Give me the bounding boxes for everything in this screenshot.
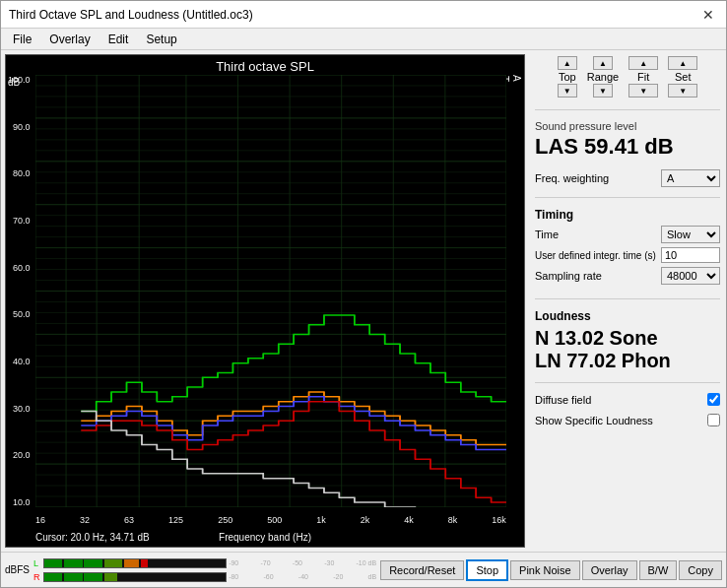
show-specific-checkbox[interactable] [707, 414, 720, 426]
diffuse-field-checkbox[interactable] [707, 393, 720, 406]
y-50: 50.0 [8, 309, 33, 319]
y-60: 60.0 [8, 263, 33, 273]
ln-value: LN 77.02 Phon [535, 350, 720, 372]
chart-canvas [35, 75, 506, 507]
spl-value: LAS 59.41 dB [535, 134, 720, 160]
bottom-section: dBFS L -90-70-5 [1, 552, 726, 587]
L-seg-1 [44, 559, 62, 567]
L-seg-5 [124, 559, 139, 567]
fit-down-button[interactable]: ▼ [628, 84, 658, 98]
top-label: Top [559, 71, 576, 83]
sampling-row: Sampling rate 44100 48000 96000 [535, 267, 720, 285]
right-panel: ▲ Top ▼ ▲ Range ▼ ▲ Fit ▼ ▲ Set ▼ [529, 50, 726, 552]
show-specific-row: Show Specific Loudness [535, 414, 720, 426]
x-axis: 16 32 63 125 250 500 1k 2k 4k 8k 16k [35, 515, 506, 525]
y-80: 80.0 [8, 168, 33, 178]
integr-input[interactable] [661, 247, 720, 263]
x-250: 250 [218, 515, 232, 525]
spl-section: Sound pressure level LAS 59.41 dB [535, 120, 720, 160]
L-channel-label: L [33, 558, 41, 568]
range-nav-group: ▲ Range ▼ [587, 56, 619, 98]
menu-setup[interactable]: Setup [138, 31, 184, 47]
freq-weighting-label: Freq. weighting [535, 172, 609, 184]
integr-row: User defined integr. time (s) [535, 247, 720, 263]
freq-weighting-row: Freq. weighting A B C Z [535, 169, 720, 187]
range-up-button[interactable]: ▲ [593, 56, 613, 70]
main-window: Third Octave SPL and Loudness (Untitled.… [0, 0, 727, 588]
x-500: 500 [267, 515, 282, 525]
pink-noise-button[interactable]: Pink Noise [510, 560, 580, 580]
freq-band-label: Frequency band (Hz) [6, 532, 524, 543]
range-down-button[interactable]: ▼ [593, 84, 613, 98]
y-10: 10.0 [8, 497, 33, 507]
sampling-select[interactable]: 44100 48000 96000 [661, 267, 720, 285]
L-seg-3 [84, 559, 101, 567]
close-button[interactable]: ✕ [698, 5, 718, 25]
x-2k: 2k [361, 515, 370, 525]
dbfs-meter: L -90-70-50-30-10 dB [33, 556, 376, 584]
top-nav-group: ▲ Top ▼ [558, 56, 577, 98]
y-90: 90.0 [8, 122, 33, 132]
stop-button[interactable]: Stop [466, 559, 508, 581]
R-seg-2 [64, 573, 82, 581]
x-63: 63 [124, 515, 134, 525]
menu-bar: File Overlay Edit Setup [1, 29, 726, 50]
y-100: 100.0 [8, 75, 33, 85]
chart-title: Third octave SPL [6, 59, 524, 74]
L-meter-row: L -90-70-50-30-10 dB [33, 556, 376, 570]
set-nav-group: ▲ Set ▼ [668, 56, 697, 98]
loudness-section: Loudness N 13.02 Sone LN 77.02 Phon [535, 309, 720, 372]
window-title: Third Octave SPL and Loudness (Untitled.… [9, 8, 253, 22]
R-seg-1 [44, 573, 62, 581]
x-16k: 16k [492, 515, 506, 525]
top-down-button[interactable]: ▼ [558, 84, 577, 98]
bw-button[interactable]: B/W [639, 560, 678, 580]
R-seg-3 [84, 573, 101, 581]
L-seg-4 [104, 559, 122, 567]
y-20: 20.0 [8, 450, 33, 460]
overlay-button[interactable]: Overlay [582, 560, 637, 580]
set-down-button[interactable]: ▼ [668, 84, 697, 98]
R-seg-4 [104, 573, 117, 581]
title-bar: Third Octave SPL and Loudness (Untitled.… [1, 1, 726, 29]
menu-file[interactable]: File [5, 31, 39, 47]
nav-controls: ▲ Top ▼ ▲ Range ▼ ▲ Fit ▼ ▲ Set ▼ [535, 56, 720, 98]
main-content: Third octave SPL ARTA dB 100.0 90.0 80.0… [1, 50, 726, 552]
menu-overlay[interactable]: Overlay [41, 31, 98, 47]
diffuse-field-row: Diffuse field [535, 393, 720, 406]
x-4k: 4k [404, 515, 414, 525]
top-up-button[interactable]: ▲ [558, 56, 577, 70]
L-ticks: -90-70-50-30-10 dB [229, 559, 376, 566]
integr-label: User defined integr. time (s) [535, 250, 661, 261]
freq-weighting-select[interactable]: A B C Z [661, 169, 720, 187]
record-reset-button[interactable]: Record/Reset [380, 560, 464, 580]
x-1k: 1k [316, 515, 326, 525]
L-seg-2 [64, 559, 82, 567]
set-up-button[interactable]: ▲ [668, 56, 697, 70]
R-meter-bar [43, 572, 227, 582]
x-8k: 8k [448, 515, 458, 525]
sampling-label: Sampling rate [535, 270, 661, 282]
y-70: 70.0 [8, 216, 33, 226]
set-label: Set [675, 71, 692, 83]
L-meter-bar [43, 558, 227, 568]
R-meter-row: R -80-60-40-20dB [33, 570, 376, 584]
divider-3 [535, 298, 720, 299]
x-125: 125 [168, 515, 183, 525]
divider-1 [535, 109, 720, 110]
timing-section: Timing Time Fast Slow Impulse User defin… [535, 208, 720, 289]
fit-up-button[interactable]: ▲ [628, 56, 658, 70]
L-seg-6 [141, 559, 148, 567]
copy-button[interactable]: Copy [679, 560, 722, 580]
diffuse-field-label: Diffuse field [535, 394, 591, 406]
menu-edit[interactable]: Edit [100, 31, 137, 47]
spl-title: Sound pressure level [535, 120, 720, 132]
range-label: Range [587, 71, 619, 83]
R-channel-label: R [33, 572, 41, 582]
fit-nav-group: ▲ Fit ▼ [628, 56, 658, 98]
bottom-buttons: Record/Reset Stop Pink Noise Overlay B/W… [380, 559, 722, 581]
time-select[interactable]: Fast Slow Impulse [661, 226, 720, 243]
divider-4 [535, 382, 720, 383]
y-axis: 100.0 90.0 80.0 70.0 60.0 50.0 40.0 30.0… [8, 75, 33, 507]
fit-label: Fit [637, 71, 649, 83]
